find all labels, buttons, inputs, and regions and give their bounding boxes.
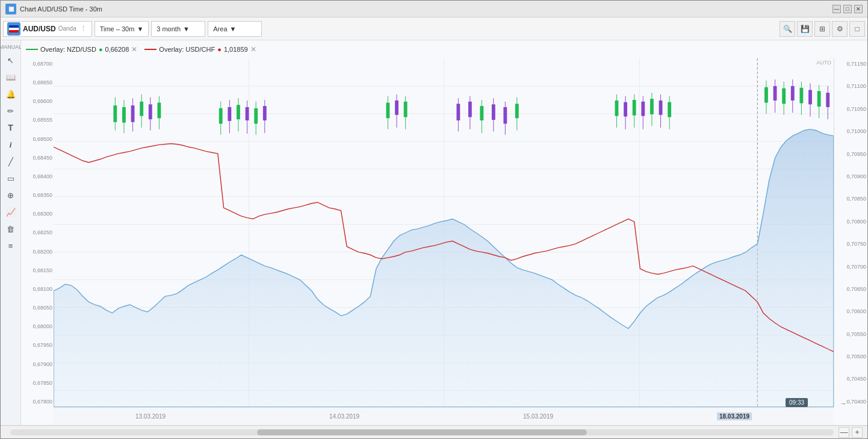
period-arrow-icon: ▼ [183,25,190,33]
symbol-name: AUD/USD [23,25,56,33]
symbol-selector[interactable]: AUD/USD Oanda ⋮ [3,21,92,37]
overlay-nzdusd: Overlay: NZD/USD ● 0,66208 ✕ [26,45,137,54]
overlay-nzdusd-close-btn[interactable]: ✕ [131,45,137,54]
chart-type-dropdown[interactable]: Area ▼ [208,21,262,37]
save-icon-btn[interactable]: 💾 [797,21,813,37]
overlay-usdchf-value: 1,01859 [224,46,248,53]
book-tool-btn[interactable]: 📖 [3,69,19,85]
symbol-icon [7,22,20,36]
chart-container: MANUAL ↖ 📖 🔔 ✏ T i ╱ ▭ ⊕ 📈 🗑 ≡ Overlay: [1,40,867,425]
svg-rect-41 [263,106,267,120]
overlay-usdchf-close-btn[interactable]: ✕ [250,45,256,54]
left-scale-val-4: 0,68555 [22,117,52,123]
line-tool-btn[interactable]: ╱ [3,154,19,169]
left-scale-val-17: 0,67900 [22,361,52,367]
right-scale-val-7: 0,70850 [835,196,866,202]
left-scale-val-6: 0,68450 [22,155,52,161]
left-price-scale: 0,68700 0,68650 0,68600 0,68555 0,68500 … [21,58,54,407]
timeframe-arrow-icon: ▼ [137,25,143,33]
svg-rect-67 [641,102,645,116]
right-scale-val-11: 0,70650 [835,286,866,292]
svg-rect-19 [113,105,117,122]
svg-rect-37 [246,107,249,120]
svg-rect-45 [395,101,398,115]
zoom-in-btn[interactable]: + [852,427,863,438]
flag-icon [9,25,19,33]
minimize-button[interactable]: — [832,5,841,13]
indicator-tool-btn[interactable]: 📈 [3,204,19,220]
svg-rect-55 [492,104,495,120]
right-scale-val-6: 0,70900 [835,173,866,179]
chart-svg[interactable] [54,58,834,407]
svg-rect-51 [468,102,472,117]
left-scale-val-16: 0,67950 [22,342,52,348]
left-scale-val-18: 0,67850 [22,380,52,386]
svg-rect-65 [633,100,636,116]
delete-tool-btn[interactable]: 🗑 [3,221,19,237]
zoom-controls: — + [839,427,863,438]
chart-type-label: Area [213,25,227,33]
maximize-button[interactable]: □ [843,5,852,13]
settings-icon-btn[interactable]: ⚙ [832,21,848,37]
svg-rect-61 [615,101,619,116]
bell-tool-btn[interactable]: 🔔 [3,86,19,102]
symbol-menu-icon[interactable]: ⋮ [79,23,88,34]
svg-rect-63 [624,102,627,117]
manual-label: MANUAL [0,43,22,51]
svg-rect-31 [219,108,223,124]
svg-rect-73 [668,102,671,117]
layout-icon-btn[interactable]: □ [849,21,865,37]
measure-tool-btn[interactable]: ⊕ [3,187,19,203]
svg-rect-53 [480,106,483,120]
svg-rect-85 [808,90,812,104]
svg-rect-49 [456,104,460,120]
broker-name: Oanda [58,25,76,32]
scrollbar-thumb[interactable] [257,429,586,435]
right-scale-val-10: 0,70700 [835,264,866,270]
chart-icon-btn[interactable]: ⊞ [814,21,830,37]
horizontal-scrollbar[interactable] [10,429,834,435]
date-label-4: 18.03.2019 [717,413,752,420]
right-scale-val-1: 0,71150 [835,61,866,67]
date-label-1: 13.03.2019 [135,413,166,420]
right-scale-val-4: 0,71000 [835,128,866,134]
area-chart-fill [54,129,834,407]
svg-rect-21 [122,107,126,123]
right-scale-val-12: 0,70600 [835,308,866,314]
list-tool-btn[interactable]: ≡ [3,238,19,254]
svg-rect-57 [503,107,507,124]
svg-rect-23 [140,102,143,116]
chart-main: Overlay: NZD/USD ● 0,66208 ✕ Overlay: US… [21,40,867,425]
overlay-usdchf: Overlay: USD/CHF ● 1,01859 ✕ [144,45,256,54]
svg-rect-43 [386,103,390,119]
search-icon-btn[interactable]: 🔍 [780,21,795,37]
main-toolbar: AUD/USD Oanda ⋮ Time – 30m ▼ 3 month ▼ A… [1,17,867,40]
left-scale-val-11: 0,68200 [22,249,52,255]
svg-rect-25 [157,103,161,119]
svg-rect-71 [659,101,663,115]
title-bar-left: ▦ Chart AUD/USD Time - 30m [5,4,102,14]
text-tool-btn[interactable]: T [3,120,19,135]
cursor-time-label: 09:33 [786,398,808,407]
svg-rect-79 [782,89,786,104]
close-button[interactable]: ✕ [854,5,863,13]
timeframe-dropdown[interactable]: Time – 30m ▼ [95,21,149,37]
pencil-tool-btn[interactable]: ✏ [3,103,19,119]
svg-rect-47 [404,102,408,117]
right-scale-val-15: 0,70450 [835,376,866,382]
info-tool-btn[interactable]: i [3,137,19,152]
period-dropdown[interactable]: 3 month ▼ [151,21,205,37]
zoom-out-btn[interactable]: — [839,427,849,438]
right-scale-val-2: 0,71100 [835,83,866,89]
overlay-usdchf-label: Overlay: USD/CHF [159,46,215,53]
rect-tool-btn[interactable]: ▭ [3,170,19,186]
left-scale-val-9: 0,68300 [22,211,52,217]
title-bar-controls: — □ ✕ [832,5,863,13]
window-title: Chart AUD/USD Time - 30m [20,5,102,13]
chart-type-arrow-icon: ▼ [230,25,237,33]
left-scale-val-15: 0,68000 [22,323,52,329]
cursor-tool-btn[interactable]: ↖ [3,52,19,68]
left-scale-val-10: 0,68250 [22,229,52,235]
left-scale-val-13: 0,68100 [22,286,52,292]
left-scale-val-7: 0,68400 [22,173,52,179]
